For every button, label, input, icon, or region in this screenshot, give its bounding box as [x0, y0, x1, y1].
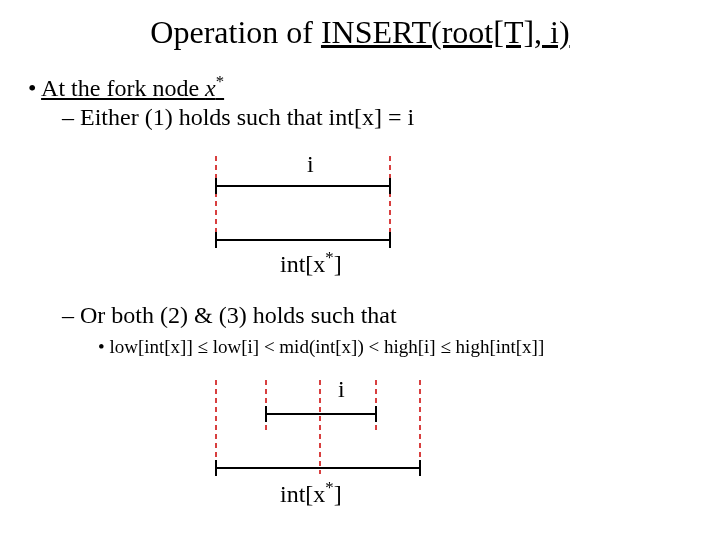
diagram2-label-intx: int[x*]: [280, 478, 342, 508]
bullet1-star: *: [216, 72, 224, 91]
subbullet-either: – Either (1) holds such that int[x] = i: [62, 104, 414, 131]
subbullet-or: – Or both (2) & (3) holds such that: [62, 302, 397, 329]
bullet1-prefix: At the fork node: [41, 75, 205, 101]
diagram1-label-intx: int[x*]: [280, 248, 342, 278]
title-prefix: Operation of: [150, 14, 321, 50]
slide-title: Operation of INSERT(root[T], i): [0, 0, 720, 51]
title-underlined: INSERT(root[T], i): [321, 14, 570, 50]
subbullet-or-detail: • low[int[x]] ≤ low[i] < mid(int[x]) < h…: [98, 336, 544, 358]
diagram1-label-i: i: [307, 151, 314, 178]
bullet-fork-node: • At the fork node x*: [28, 72, 224, 102]
diagram2-label-i: i: [338, 376, 345, 403]
bullet1-x: x: [205, 75, 216, 101]
